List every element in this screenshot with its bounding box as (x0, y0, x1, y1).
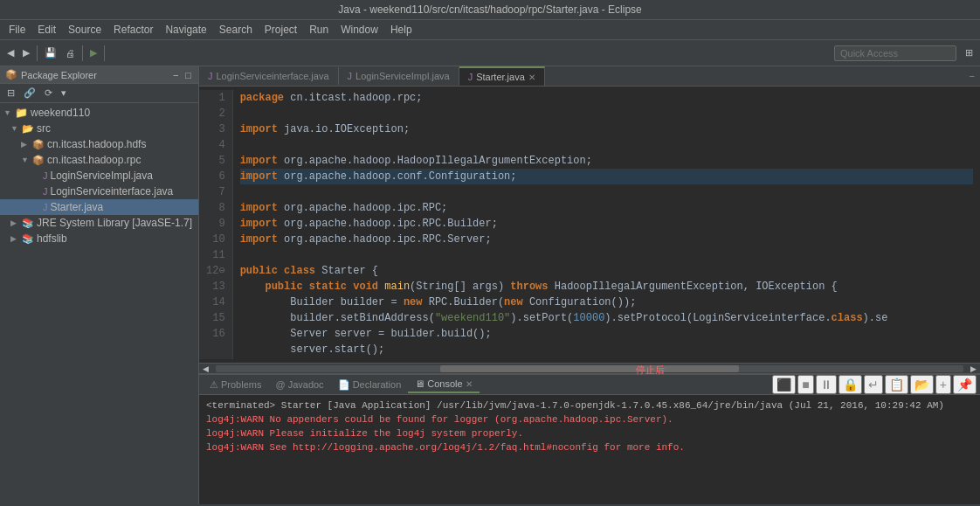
tree-item-rpc-pkg[interactable]: ▼ 📦 cn.itcast.hadoop.rpc (0, 152, 198, 168)
console-pin-btn[interactable]: 📌 (953, 375, 977, 394)
stop-hint: 停止后 (636, 364, 665, 377)
tab-label-login-impl: LoginServiceImpl.java (355, 71, 450, 81)
tree-item-login-impl[interactable]: J LoginServiceImpl.java (0, 168, 198, 184)
menu-item-file[interactable]: File (3, 22, 31, 38)
problems-icon: ⚠ (210, 379, 218, 391)
toolbar-back-btn[interactable]: ◀ (3, 45, 17, 60)
console-word-wrap-btn[interactable]: ↵ (864, 375, 883, 394)
scroll-right-btn[interactable]: ▶ (967, 363, 980, 375)
console-stop-btn[interactable]: ■ (797, 375, 813, 394)
tree-label-hdfs-pkg: cn.itcast.hadoop.hdfs (47, 138, 146, 150)
tab-label-problems: Problems (221, 379, 261, 390)
menu-item-source[interactable]: Source (63, 22, 107, 38)
package-icon: 📦 (5, 69, 17, 80)
menu-item-window[interactable]: Window (335, 22, 383, 38)
toolbar-save-btn[interactable]: 💾 (41, 45, 60, 60)
menu-item-navigate[interactable]: Navigate (160, 22, 211, 38)
pe-link-btn[interactable]: 🔗 (20, 86, 39, 101)
console-clear-btn[interactable]: ⬛ (772, 375, 796, 394)
package-icon-hdfs: 📦 (32, 139, 45, 150)
menu-item-run[interactable]: Run (304, 22, 334, 38)
tab-javadoc[interactable]: @ Javadoc (268, 377, 330, 392)
tree-label-hdfslib: hdfslib (37, 232, 67, 245)
pe-minimize-btn[interactable]: − (171, 70, 180, 80)
console-scroll-lock-btn[interactable]: 🔒 (839, 375, 862, 394)
scrollbar-thumb[interactable] (440, 365, 739, 372)
console-new-btn[interactable]: + (935, 375, 951, 394)
code-scrollbar[interactable]: ◀ 停止后 ▶ (199, 363, 980, 373)
tree-item-src[interactable]: ▼ 📂 src (0, 121, 198, 136)
tab-problems[interactable]: ⚠ Problems (203, 377, 268, 393)
code-content[interactable]: package cn.itcast.hadoop.rpc; import jav… (233, 90, 980, 359)
toolbar-sep-1 (37, 45, 38, 61)
project-icon: 📁 (15, 107, 28, 119)
pe-menu-btn[interactable]: ▾ (58, 86, 70, 101)
title-bar: Java - weekend110/src/cn/itcast/hadoop/r… (0, 0, 980, 20)
menu-bar: FileEditSourceRefactorNavigateSearchProj… (0, 20, 980, 40)
tree-item-hdfslib[interactable]: ▶ 📚 hdfslib (0, 231, 198, 246)
package-explorer-toolbar: ⊟ 🔗 ⟳ ▾ (0, 84, 198, 103)
menu-item-help[interactable]: Help (385, 22, 418, 38)
toolbar-sep-3 (104, 45, 105, 61)
tab-starter[interactable]: J Starter.java ✕ (459, 66, 545, 86)
code-area[interactable]: 1 2 3 4 5 6 7 8 9 10 11 12⊖ 13 14 15 16 … (199, 87, 980, 363)
toolbar-sep-2 (82, 45, 83, 61)
toolbar: ◀ ▶ 💾 🖨 ▶ ⊞ (0, 40, 980, 66)
quick-access-input[interactable] (834, 45, 956, 61)
tab-label-declaration: Declaration (353, 379, 402, 390)
tab-login-iface[interactable]: J LoginServiceinterface.java (199, 67, 339, 85)
package-explorer-panel: 📦 Package Explorer − □ ⊟ 🔗 ⟳ ▾ ▼ 📁 weeke… (0, 66, 199, 504)
toolbar-print-btn[interactable]: 🖨 (62, 46, 79, 60)
tab-icon-starter: J (468, 72, 473, 82)
tree-item-weekend110[interactable]: ▼ 📁 weekend110 (0, 105, 198, 121)
pe-sync-btn[interactable]: ⟳ (41, 86, 56, 101)
console-copy-btn[interactable]: 📋 (885, 375, 908, 394)
menu-item-search[interactable]: Search (214, 22, 258, 38)
main-area: 📦 Package Explorer − □ ⊟ 🔗 ⟳ ▾ ▼ 📁 weeke… (0, 66, 980, 504)
editor-area: J LoginServiceinterface.java J LoginServ… (199, 66, 980, 504)
scroll-left-btn[interactable]: ◀ (199, 363, 212, 375)
console-icon: 🖥 (415, 378, 424, 389)
line-numbers: 1 2 3 4 5 6 7 8 9 10 11 12⊖ 13 14 15 16 (199, 90, 233, 359)
minimize-editor-icon[interactable]: − (970, 71, 975, 81)
tab-console[interactable]: 🖥 Console ✕ (408, 376, 479, 393)
toolbar-forward-btn[interactable]: ▶ (19, 45, 33, 60)
pe-collapse-btn[interactable]: ⊟ (3, 86, 18, 101)
arrow-jre-lib: ▶ (10, 218, 19, 227)
package-explorer-header: 📦 Package Explorer − □ (0, 66, 198, 84)
menu-item-edit[interactable]: Edit (32, 22, 61, 38)
menu-item-project[interactable]: Project (259, 22, 302, 38)
java-icon-login-impl: J (43, 170, 48, 181)
at-icon: @ (275, 379, 285, 390)
tree-label-starter: Starter.java (51, 201, 104, 213)
console-area: ⚠ Problems @ Javadoc 📄 Declaration 🖥 Con… (199, 373, 980, 504)
declaration-icon: 📄 (338, 379, 350, 391)
console-pause-btn[interactable]: ⏸ (816, 375, 837, 394)
arrow-weekend110: ▼ (3, 108, 12, 117)
package-icon-rpc: 📦 (32, 155, 45, 166)
console-toolbar: ⬛ ■ ⏸ 🔒 ↵ 📋 📂 + 📌 (772, 375, 977, 394)
toolbar-perspective-btn[interactable]: ⊞ (962, 45, 977, 60)
tab-label-login-iface: LoginServiceinterface.java (217, 71, 329, 81)
tree-item-login-iface[interactable]: J LoginServiceinterface.java (0, 184, 198, 199)
tree-item-starter[interactable]: J Starter.java (0, 199, 198, 215)
console-line-2: log4j:WARN No appenders could be found f… (206, 412, 973, 426)
tab-declaration[interactable]: 📄 Declaration (331, 377, 409, 393)
console-open-console-btn[interactable]: 📂 (910, 375, 934, 394)
tree-label-login-iface: LoginServiceinterface.java (51, 185, 174, 198)
scrollbar-track[interactable]: 停止后 (216, 365, 963, 372)
tab-login-impl[interactable]: J LoginServiceImpl.java (339, 67, 459, 85)
pe-maximize-btn[interactable]: □ (183, 70, 193, 80)
tab-label-javadoc: Javadoc (288, 379, 324, 390)
title-text: Java - weekend110/src/cn/itcast/hadoop/r… (338, 3, 642, 16)
arrow-src: ▼ (10, 124, 19, 133)
tree-item-jre-lib[interactable]: ▶ 📚 JRE System Library [JavaSE-1.7] (0, 215, 198, 231)
arrow-hdfs-pkg: ▶ (21, 140, 30, 149)
tab-close-console[interactable]: ✕ (466, 379, 473, 389)
tab-close-starter[interactable]: ✕ (528, 73, 535, 82)
console-line-3: log4j:WARN Please initialize the log4j s… (206, 426, 973, 440)
tree-item-hdfs-pkg[interactable]: ▶ 📦 cn.itcast.hadoop.hdfs (0, 136, 198, 152)
menu-item-refactor[interactable]: Refactor (108, 22, 158, 38)
arrow-rpc-pkg: ▼ (21, 156, 30, 164)
toolbar-run-btn[interactable]: ▶ (86, 45, 100, 60)
